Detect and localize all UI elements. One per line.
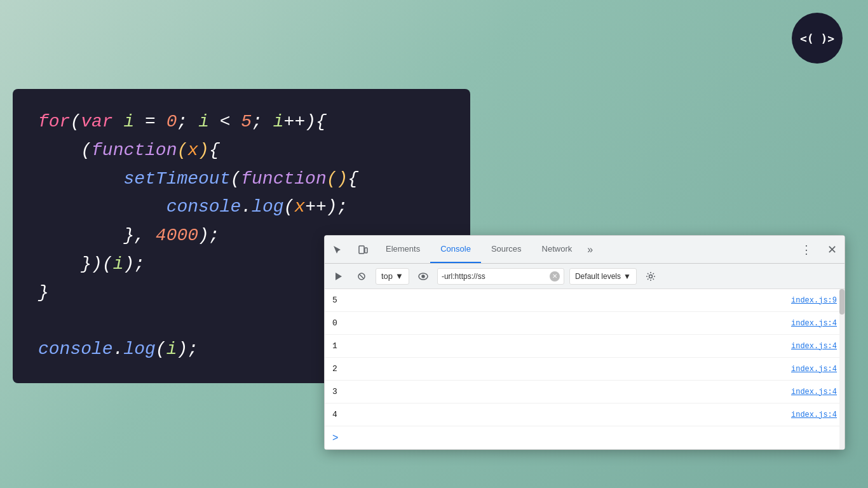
console-file-0[interactable]: index.js:9 — [791, 296, 837, 305]
console-output: 5 index.js:9 0 index.js:4 1 index.js:4 2… — [325, 289, 844, 449]
filter-input-wrapper[interactable]: ✕ — [437, 268, 564, 285]
console-row-2: 1 index.js:4 — [325, 335, 844, 358]
devtools-toolbar: top ▼ ✕ Default levels ▼ — [325, 264, 844, 289]
svg-point-7 — [649, 274, 652, 278]
tab-console[interactable]: Console — [430, 236, 481, 263]
device-icon-btn[interactable] — [350, 236, 376, 264]
console-row-5: 4 index.js:4 — [325, 403, 844, 426]
console-row-4: 3 index.js:4 — [325, 381, 844, 403]
scrollbar-thumb[interactable] — [839, 289, 844, 315]
devtools-panel: Elements Console Sources Network » ⋮ ✕ — [324, 235, 845, 450]
levels-btn[interactable]: Default levels ▼ — [569, 268, 637, 285]
devtools-actions: ⋮ ✕ — [794, 238, 844, 261]
tab-sources[interactable]: Sources — [481, 236, 532, 263]
console-value-5: 4 — [332, 410, 791, 419]
filter-input[interactable] — [442, 272, 547, 281]
logo-text: <( )> — [800, 32, 834, 45]
levels-arrow: ▼ — [623, 272, 631, 281]
console-row-0: 5 index.js:9 — [325, 289, 844, 312]
svg-rect-1 — [365, 248, 367, 253]
prompt-chevron: > — [332, 432, 338, 444]
tab-elements[interactable]: Elements — [376, 236, 430, 263]
console-value-1: 0 — [332, 318, 791, 328]
svg-marker-2 — [336, 273, 342, 280]
console-file-2[interactable]: index.js:4 — [791, 342, 837, 351]
logo: <( )> — [792, 13, 843, 64]
console-file-1[interactable]: index.js:4 — [791, 319, 837, 328]
console-value-2: 1 — [332, 341, 791, 351]
levels-label: Default levels — [575, 272, 621, 281]
console-value-4: 3 — [332, 387, 791, 396]
settings-btn[interactable] — [642, 268, 660, 285]
eye-btn[interactable] — [414, 268, 432, 285]
console-row-1: 0 index.js:4 — [325, 312, 844, 335]
console-row-3: 2 index.js:4 — [325, 358, 844, 381]
console-value-0: 5 — [332, 295, 791, 305]
filter-clear-btn[interactable]: ✕ — [550, 271, 560, 281]
context-arrow: ▼ — [395, 271, 403, 281]
scrollbar-track[interactable] — [839, 289, 844, 449]
console-file-5[interactable]: index.js:4 — [791, 410, 837, 419]
console-prompt[interactable]: > — [325, 426, 844, 449]
code-line-2: (function(x){ — [38, 137, 445, 165]
svg-line-4 — [360, 274, 363, 278]
tab-more[interactable]: » — [582, 236, 598, 263]
more-options-btn[interactable]: ⋮ — [795, 238, 818, 261]
devtools-header: Elements Console Sources Network » ⋮ ✕ — [325, 236, 844, 264]
context-value: top — [381, 271, 393, 281]
svg-rect-0 — [359, 246, 364, 254]
code-line-4: console.log(x++); — [38, 193, 445, 222]
tab-network[interactable]: Network — [532, 236, 583, 263]
close-btn[interactable]: ✕ — [820, 238, 843, 261]
svg-point-6 — [422, 275, 424, 278]
execute-btn[interactable] — [330, 268, 348, 285]
clear-btn[interactable] — [353, 268, 370, 285]
console-value-3: 2 — [332, 364, 791, 374]
console-file-4[interactable]: index.js:4 — [791, 388, 837, 396]
console-file-3[interactable]: index.js:4 — [791, 365, 837, 374]
cursor-icon-btn[interactable] — [325, 236, 350, 264]
context-selector[interactable]: top ▼ — [376, 268, 409, 285]
code-line-3: setTimeout(function(){ — [38, 165, 445, 194]
devtools-tabs: Elements Console Sources Network » — [376, 236, 794, 263]
code-line-1: for(var i = 0; i < 5; i++){ — [38, 108, 445, 137]
